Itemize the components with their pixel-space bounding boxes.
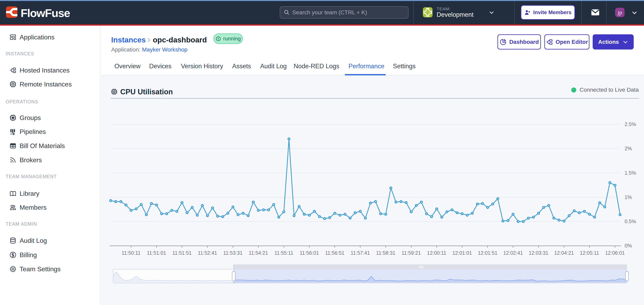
svg-text:12:02:41: 12:02:41 (503, 250, 523, 256)
svg-text:0.5%: 0.5% (624, 219, 636, 224)
svg-text:11:51:01: 11:51:01 (147, 250, 166, 256)
svg-text:11:56:01: 11:56:01 (300, 250, 319, 256)
svg-text:2%: 2% (624, 146, 632, 151)
svg-text:11:58:31: 11:58:31 (376, 250, 395, 256)
svg-text:11:57:41: 11:57:41 (351, 250, 370, 256)
svg-text:12:03:31: 12:03:31 (529, 250, 548, 256)
svg-text:11:56:51: 11:56:51 (325, 250, 344, 256)
svg-text:12:01:51: 12:01:51 (478, 250, 498, 256)
svg-text:11:51:51: 11:51:51 (172, 250, 192, 256)
svg-text:11:54:21: 11:54:21 (249, 250, 268, 256)
svg-text:1%: 1% (624, 194, 632, 200)
svg-text:0%: 0% (624, 243, 632, 249)
svg-text:12:05:11: 12:05:11 (580, 250, 599, 256)
svg-text:12:01:01: 12:01:01 (452, 250, 472, 256)
svg-text:1.5%: 1.5% (624, 170, 636, 176)
svg-text:11:52:41: 11:52:41 (198, 250, 217, 256)
svg-text:11:50:11: 11:50:11 (122, 250, 140, 256)
svg-text:12:06:01: 12:06:01 (605, 250, 625, 256)
svg-text:2.5%: 2.5% (624, 121, 636, 127)
svg-text:11:53:31: 11:53:31 (223, 250, 242, 256)
svg-text:12:04:21: 12:04:21 (554, 250, 574, 256)
svg-text:11:55:11: 11:55:11 (274, 250, 293, 256)
svg-text:12:00:11: 12:00:11 (427, 250, 446, 256)
svg-text:11:59:21: 11:59:21 (402, 250, 421, 256)
